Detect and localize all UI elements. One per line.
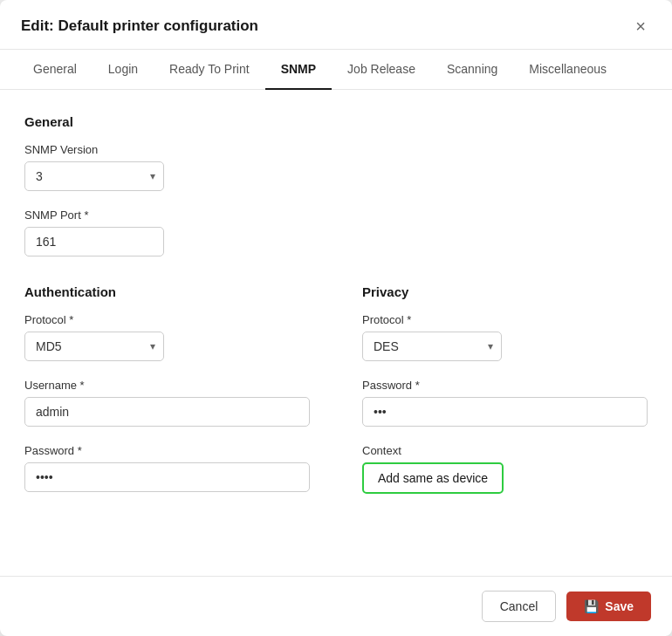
auth-protocol-label: Protocol * xyxy=(24,313,310,326)
privacy-title: Privacy xyxy=(362,284,648,299)
snmp-port-input[interactable] xyxy=(24,227,164,256)
tab-snmp[interactable]: SNMP xyxy=(265,50,332,90)
privacy-col: Privacy Protocol * DES AES ▾ Password * xyxy=(362,284,648,511)
tab-login[interactable]: Login xyxy=(93,50,154,90)
tab-content: General SNMP Version 3 2 1 ▾ SNMP Port * xyxy=(0,90,672,576)
general-section-title: General xyxy=(24,114,648,129)
privacy-password-label: Password * xyxy=(362,379,648,392)
snmp-version-label: SNMP Version xyxy=(24,143,648,156)
dialog-header: Edit: Default printer configuration × xyxy=(0,0,672,50)
privacy-protocol-select[interactable]: DES AES xyxy=(362,332,502,361)
tab-ready-to-print[interactable]: Ready To Print xyxy=(154,50,265,90)
tab-bar: General Login Ready To Print SNMP Job Re… xyxy=(0,50,672,90)
auth-password-field: Password * xyxy=(24,444,310,492)
tab-general[interactable]: General xyxy=(17,50,93,90)
tab-scanning[interactable]: Scanning xyxy=(431,50,513,90)
edit-printer-dialog: Edit: Default printer configuration × Ge… xyxy=(0,0,672,636)
snmp-port-label: SNMP Port * xyxy=(24,209,648,222)
auth-username-label: Username * xyxy=(24,379,310,392)
save-label: Save xyxy=(605,599,634,613)
privacy-password-input[interactable] xyxy=(362,397,648,427)
privacy-password-field: Password * xyxy=(362,379,648,427)
auth-username-input[interactable] xyxy=(24,397,310,427)
snmp-port-field: SNMP Port * xyxy=(24,209,648,256)
save-button[interactable]: 💾 Save xyxy=(566,592,651,621)
privacy-protocol-label: Protocol * xyxy=(362,313,648,326)
tab-job-release[interactable]: Job Release xyxy=(332,50,431,90)
auth-privacy-section: Authentication Protocol * MD5 SHA ▾ User… xyxy=(24,284,648,511)
authentication-title: Authentication xyxy=(24,284,310,299)
dialog-footer: Cancel 💾 Save xyxy=(0,576,672,636)
dialog-title: Edit: Default printer configuration xyxy=(21,17,258,35)
cancel-button[interactable]: Cancel xyxy=(482,591,557,622)
close-button[interactable]: × xyxy=(630,16,651,37)
auth-protocol-select-wrapper: MD5 SHA ▾ xyxy=(24,332,164,361)
context-field: Context Add same as device xyxy=(362,444,648,494)
general-section: General SNMP Version 3 2 1 ▾ SNMP Port * xyxy=(24,114,648,256)
privacy-protocol-field: Protocol * DES AES ▾ xyxy=(362,313,648,361)
auth-password-label: Password * xyxy=(24,444,310,457)
auth-username-field: Username * xyxy=(24,379,310,427)
snmp-version-field: SNMP Version 3 2 1 ▾ xyxy=(24,143,648,191)
privacy-protocol-select-wrapper: DES AES ▾ xyxy=(362,332,502,361)
snmp-version-select[interactable]: 3 2 1 xyxy=(24,161,164,191)
auth-protocol-field: Protocol * MD5 SHA ▾ xyxy=(24,313,310,361)
context-label: Context xyxy=(362,444,648,457)
add-same-as-device-button[interactable]: Add same as device xyxy=(362,462,504,494)
authentication-col: Authentication Protocol * MD5 SHA ▾ User… xyxy=(24,284,310,511)
save-icon: 💾 xyxy=(584,599,599,613)
auth-password-input[interactable] xyxy=(24,462,310,492)
snmp-version-select-wrapper: 3 2 1 ▾ xyxy=(24,161,164,191)
auth-protocol-select[interactable]: MD5 SHA xyxy=(24,332,164,361)
tab-miscellaneous[interactable]: Miscellaneous xyxy=(513,50,622,90)
